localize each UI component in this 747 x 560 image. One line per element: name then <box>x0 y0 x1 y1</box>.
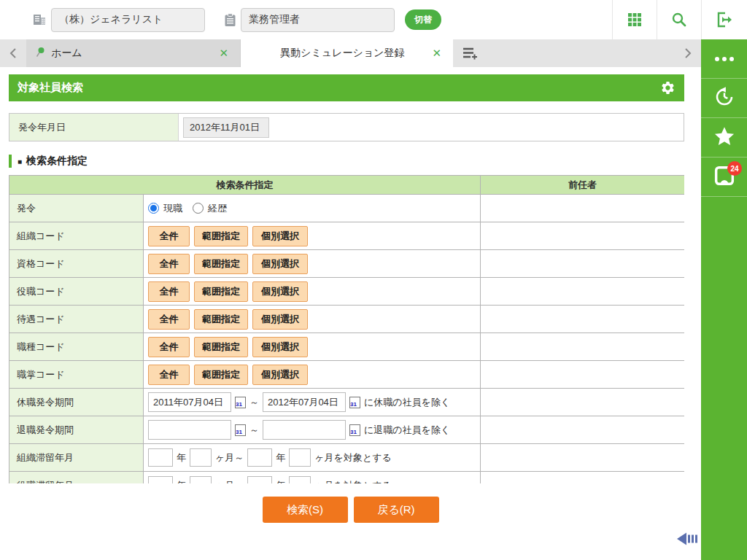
period-suffix-text: に休職の社員を除く <box>364 396 450 409</box>
conditions-header: 検索条件指定 <box>9 176 481 195</box>
individual-button[interactable]: 個別選択 <box>252 309 308 330</box>
add-tab-button[interactable] <box>453 39 487 67</box>
tab-simulation-close-icon[interactable]: ✕ <box>429 47 444 60</box>
individual-button[interactable]: 個別選択 <box>252 281 308 302</box>
issue-date-label: 発令年月日 <box>9 114 179 141</box>
tab-scroll-left-button[interactable] <box>0 39 26 67</box>
radio-history-label[interactable]: 経歴 <box>208 202 227 215</box>
range-button[interactable]: 範囲指定 <box>194 226 248 246</box>
radio-history[interactable] <box>193 203 204 214</box>
notifications-button[interactable]: 24 <box>701 158 747 197</box>
company-input[interactable] <box>51 8 205 32</box>
range-button[interactable]: 範囲指定 <box>194 281 248 302</box>
period-suffix-text: に退職の社員を除く <box>364 424 450 437</box>
history-clock-icon <box>713 86 735 111</box>
all-button[interactable]: 全件 <box>148 365 190 385</box>
predecessor-cell <box>481 278 685 306</box>
ellipsis-icon <box>715 57 734 61</box>
year-to-input[interactable] <box>247 448 272 467</box>
table-row: 休職発令期間 31 ～ 31 に休職の社員を除く <box>9 389 685 416</box>
date-from-input[interactable] <box>148 420 231 440</box>
role-input[interactable] <box>241 8 395 32</box>
year-to-input[interactable] <box>247 476 272 483</box>
main-content: 対象社員検索 発令年月日 2012年11月01日 ■ 検索条件指定 検索条件指定… <box>0 67 701 560</box>
year-from-input[interactable] <box>148 476 173 483</box>
predecessor-header: 前任者 <box>481 176 685 195</box>
individual-button[interactable]: 個別選択 <box>252 226 308 246</box>
row-label: 職種コード <box>9 333 144 361</box>
all-button[interactable]: 全件 <box>148 281 190 302</box>
date-from-input[interactable] <box>148 392 231 412</box>
calendar-icon[interactable]: 31 <box>235 424 246 436</box>
tab-bar: ホーム ✕ 異動シミュレーション登録 ✕ <box>0 39 701 67</box>
tab-home[interactable]: ホーム ✕ <box>26 39 241 67</box>
favorites-button[interactable] <box>701 118 747 158</box>
all-button[interactable]: 全件 <box>148 337 190 357</box>
range-button[interactable]: 範囲指定 <box>194 309 248 330</box>
row-label: 待遇コード <box>9 306 144 333</box>
month-suffix-label: ヶ月を対象とする <box>314 451 392 464</box>
month-to-input[interactable] <box>289 448 311 467</box>
company-building-icon <box>32 12 47 27</box>
predecessor-cell <box>481 389 685 416</box>
all-button[interactable]: 全件 <box>148 309 190 330</box>
row-label: 組織コード <box>9 222 144 250</box>
table-row: 資格コード 全件 範囲指定 個別選択 <box>9 250 685 278</box>
individual-button[interactable]: 個別選択 <box>252 254 308 274</box>
table-row: 待遇コード 全件 範囲指定 個別選択 <box>9 306 685 333</box>
tab-home-close-icon[interactable]: ✕ <box>216 47 231 60</box>
individual-button[interactable]: 個別選択 <box>252 337 308 357</box>
search-submit-button[interactable]: 検索(S) <box>263 497 348 523</box>
back-button[interactable]: 戻る(R) <box>354 497 439 523</box>
range-button[interactable]: 範囲指定 <box>194 337 248 357</box>
range-button[interactable]: 範囲指定 <box>194 254 248 274</box>
table-row: 発令 現職 経歴 <box>9 195 685 222</box>
switch-button[interactable]: 切替 <box>405 9 441 30</box>
calendar-icon[interactable]: 31 <box>349 424 360 436</box>
predecessor-cell <box>481 333 685 361</box>
tilde-separator: ～ <box>249 424 259 437</box>
date-to-input[interactable] <box>263 392 346 412</box>
settings-gear-icon[interactable] <box>660 80 676 96</box>
radio-current-label[interactable]: 現職 <box>163 202 182 215</box>
top-header: 切替 <box>0 0 747 39</box>
logout-button[interactable] <box>701 0 747 39</box>
section-bullet: ■ <box>18 158 22 166</box>
all-button[interactable]: 全件 <box>148 226 190 246</box>
tilde-separator: ～ <box>249 396 259 409</box>
predecessor-cell <box>481 416 685 444</box>
month-from-input[interactable] <box>190 476 212 483</box>
search-button[interactable] <box>657 0 701 39</box>
all-button[interactable]: 全件 <box>148 254 190 274</box>
range-button[interactable]: 範囲指定 <box>194 365 248 385</box>
row-label: 発令 <box>9 195 144 222</box>
tab-scroll-right-button[interactable] <box>675 39 701 67</box>
row-label: 役職滞留年月 <box>9 472 144 484</box>
table-row: 職掌コード 全件 範囲指定 個別選択 <box>9 361 685 389</box>
table-header-row: 検索条件指定 前任者 <box>9 176 685 195</box>
collapse-panel-arrow[interactable] <box>677 532 699 548</box>
section-title: 検索条件指定 <box>26 155 88 168</box>
individual-button[interactable]: 個別選択 <box>252 365 308 385</box>
table-row: 役職コード 全件 範囲指定 個別選択 <box>9 278 685 306</box>
more-menu-button[interactable] <box>701 39 747 79</box>
month-suffix-label: ヶ月を対象とする <box>314 479 392 484</box>
row-label: 組織滞留年月 <box>9 444 144 472</box>
predecessor-cell <box>481 195 685 222</box>
date-to-input[interactable] <box>263 420 346 440</box>
calendar-icon[interactable]: 31 <box>235 397 246 408</box>
calendar-icon[interactable]: 31 <box>349 397 360 408</box>
apps-grid-button[interactable] <box>612 0 657 39</box>
tab-simulation[interactable]: 異動シミュレーション登録 ✕ <box>241 39 453 67</box>
table-row: 組織滞留年月 年 ヶ月～ 年 ヶ月を対象とする <box>9 444 685 472</box>
year-from-input[interactable] <box>148 448 173 467</box>
issue-date-row: 発令年月日 2012年11月01日 <box>9 113 684 141</box>
month-from-input[interactable] <box>190 448 212 467</box>
month-to-input[interactable] <box>289 476 311 483</box>
history-button[interactable] <box>701 79 747 118</box>
panel-title-bar: 対象社員検索 <box>9 74 684 101</box>
pin-icon <box>35 47 45 61</box>
radio-current[interactable] <box>148 203 159 214</box>
predecessor-cell <box>481 250 685 278</box>
page-title: 対象社員検索 <box>18 81 83 95</box>
